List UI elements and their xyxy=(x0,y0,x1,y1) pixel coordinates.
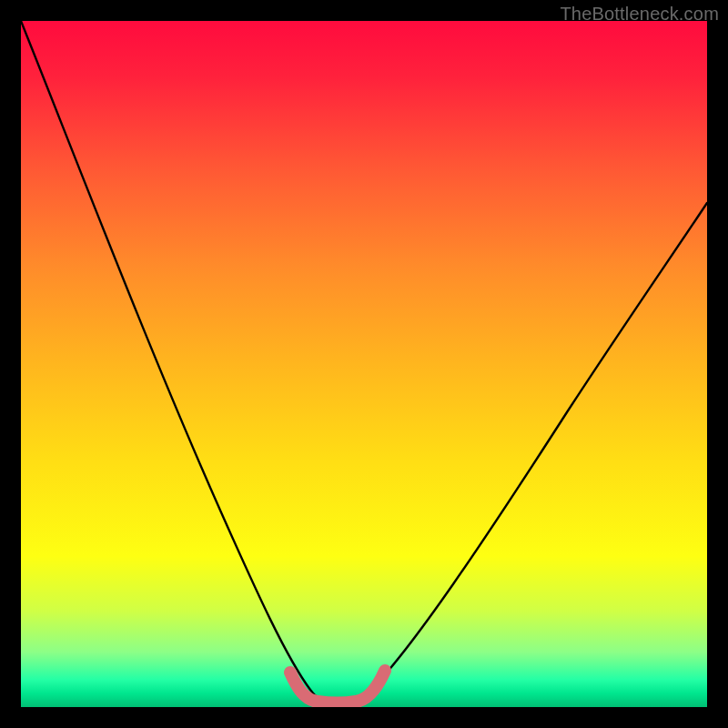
chart-frame: TheBottleneck.com xyxy=(0,0,728,728)
curve-layer xyxy=(21,21,707,707)
plot-area xyxy=(21,21,707,707)
watermark-text: TheBottleneck.com xyxy=(560,4,719,25)
bottleneck-curve xyxy=(21,21,707,703)
optimal-zone-marker xyxy=(290,671,385,703)
